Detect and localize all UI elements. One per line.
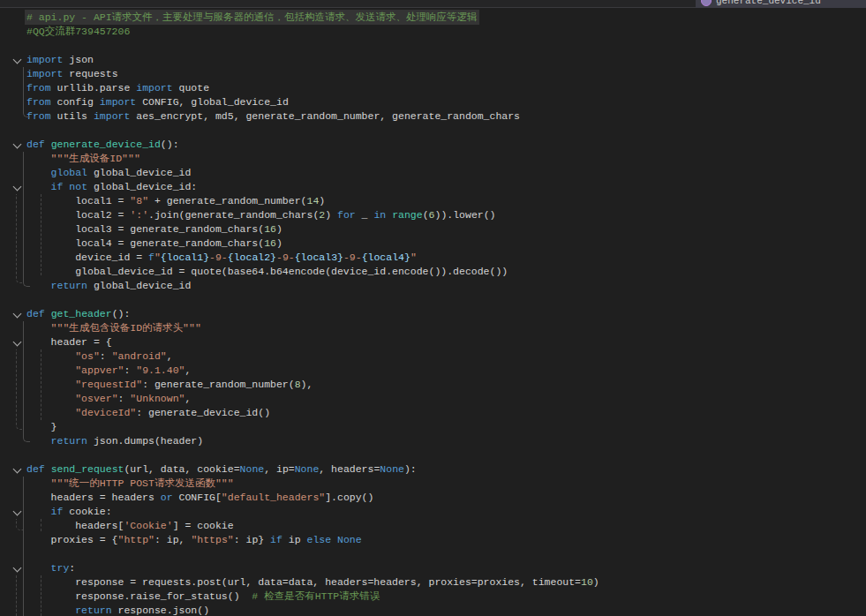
code-line[interactable]: from config import CONFIG, global_device… bbox=[0, 95, 866, 109]
code-token: -9- bbox=[209, 252, 228, 263]
code-token: # api.py - API请求文件，主要处理与服务器的通信，包括构造请求、发送… bbox=[26, 11, 478, 23]
code-line[interactable]: headers = headers or CONFIG["default_hea… bbox=[0, 491, 866, 505]
code-line[interactable]: #QQ交流群739457206 bbox=[0, 25, 866, 39]
code-line[interactable]: import json bbox=[0, 53, 866, 67]
code-token: f bbox=[148, 252, 154, 263]
code-token: "Unknown" bbox=[130, 393, 184, 404]
code-token: , ip= bbox=[264, 463, 295, 475]
code-line[interactable]: "deviceId": generate_device_id() bbox=[0, 406, 866, 420]
code-line[interactable] bbox=[0, 547, 866, 561]
code-line[interactable]: from utils import aes_encrypt, md5, gene… bbox=[0, 109, 866, 124]
code-line[interactable]: global global_device_id bbox=[0, 166, 866, 180]
code-token: : bbox=[124, 364, 136, 376]
code-line[interactable]: """生成包含设备ID的请求头""" bbox=[0, 321, 866, 335]
code-line[interactable]: """生成设备ID""" bbox=[0, 152, 866, 166]
code-token: def bbox=[26, 139, 45, 150]
code-line[interactable]: header = { bbox=[0, 335, 866, 349]
code-token: None bbox=[380, 463, 404, 475]
code-token bbox=[45, 308, 51, 319]
code-line[interactable]: "osver": "Unknown", bbox=[0, 392, 866, 406]
code-line[interactable]: """统一的HTTP POST请求发送函数""" bbox=[0, 477, 866, 491]
code-line[interactable]: device_id = f"{local1}-9-{local2}-9-{loc… bbox=[0, 251, 866, 265]
code-line[interactable]: response = requests.post(url, data=data,… bbox=[0, 575, 866, 590]
code-token: return bbox=[75, 605, 111, 616]
code-token: "8" bbox=[130, 195, 148, 207]
code-token bbox=[26, 322, 51, 334]
code-token: : ip, bbox=[154, 534, 191, 545]
code-token bbox=[26, 181, 51, 192]
code-line[interactable]: return global_device_id bbox=[0, 279, 866, 293]
code-line[interactable]: global_device_id = quote(base64.b64encod… bbox=[0, 265, 866, 279]
code-line[interactable]: return json.dumps(header) bbox=[0, 434, 866, 448]
code-line[interactable]: headers['Cookie'] = cookie bbox=[0, 519, 866, 533]
code-token bbox=[331, 534, 337, 545]
code-area[interactable]: # api.py - API请求文件，主要处理与服务器的通信，包括构造请求、发送… bbox=[0, 7, 866, 616]
code-line[interactable]: if not global_device_id: bbox=[0, 180, 866, 194]
code-line[interactable]: response.raise_for_status() # 检查是否有HTTP请… bbox=[0, 590, 866, 604]
code-token: # 检查是否有HTTP请求错误 bbox=[252, 590, 380, 602]
code-token: return bbox=[51, 280, 87, 291]
code-token bbox=[26, 393, 75, 404]
code-line[interactable]: return response.json() bbox=[0, 604, 866, 616]
code-token: "9.1.40" bbox=[136, 364, 184, 376]
code-token: generate_device_id bbox=[51, 139, 161, 150]
code-token: ) bbox=[325, 209, 337, 221]
indent-guide bbox=[23, 67, 30, 117]
code-line[interactable]: local4 = generate_random_chars(16) bbox=[0, 237, 866, 251]
code-token: {local3} bbox=[295, 252, 343, 263]
code-token: {local2} bbox=[228, 252, 276, 263]
code-line[interactable] bbox=[0, 124, 866, 138]
code-line[interactable]: # api.py - API请求文件，主要处理与服务器的通信，包括构造请求、发送… bbox=[0, 11, 866, 25]
code-token: global_device_id = quote(base64.b64encod… bbox=[26, 266, 508, 277]
code-line[interactable]: from urllib.parse import quote bbox=[0, 81, 866, 95]
indent-guide bbox=[23, 321, 30, 442]
code-line[interactable]: try: bbox=[0, 561, 866, 575]
code-line[interactable]: "requestId": generate_random_number(8), bbox=[0, 378, 866, 392]
code-token: : ip} bbox=[234, 534, 270, 545]
code-token: "appver" bbox=[75, 364, 124, 376]
code-token: """统一的HTTP POST请求发送函数""" bbox=[51, 477, 234, 489]
code-token: : generate_random_number( bbox=[142, 379, 295, 390]
code-token: requests bbox=[63, 68, 117, 79]
code-token: global_device_id: bbox=[87, 181, 197, 192]
code-token: local4 = generate_random_chars( bbox=[26, 237, 264, 249]
code-token: 10 bbox=[581, 576, 593, 588]
code-line[interactable]: } bbox=[0, 420, 866, 434]
code-token: ].copy() bbox=[325, 492, 373, 503]
code-token: response.raise_for_status() bbox=[26, 590, 252, 602]
code-token: " bbox=[154, 252, 161, 263]
code-token bbox=[26, 477, 51, 489]
code-token bbox=[45, 463, 51, 475]
code-token: utils bbox=[51, 110, 94, 122]
code-line[interactable]: local3 = generate_random_chars(16) bbox=[0, 222, 866, 237]
indent-guide bbox=[16, 194, 23, 283]
code-token: (): bbox=[112, 308, 131, 319]
code-line[interactable] bbox=[0, 448, 866, 462]
code-token: header = { bbox=[26, 336, 112, 348]
code-token: from bbox=[26, 110, 51, 122]
code-token bbox=[26, 364, 75, 376]
code-line[interactable]: import requests bbox=[0, 67, 866, 81]
code-line[interactable]: if cookie: bbox=[0, 505, 866, 519]
code-token: """生成设备ID""" bbox=[51, 153, 140, 164]
code-token bbox=[26, 605, 75, 616]
code-token: response = requests.post(url, data=data,… bbox=[26, 576, 581, 588]
code-token: {local1} bbox=[161, 252, 209, 263]
code-line[interactable]: def generate_device_id(): bbox=[0, 138, 866, 152]
code-token bbox=[26, 506, 51, 517]
code-token: None bbox=[337, 534, 362, 545]
code-line[interactable] bbox=[0, 39, 866, 53]
code-line[interactable]: def send_request(url, data, cookie=None,… bbox=[0, 462, 866, 477]
code-line[interactable] bbox=[0, 293, 866, 307]
code-line[interactable]: "appver": "9.1.40", bbox=[0, 364, 866, 378]
code-line[interactable]: def get_header(): bbox=[0, 307, 866, 321]
code-line[interactable]: local1 = "8" + generate_random_number(14… bbox=[0, 194, 866, 208]
code-line[interactable]: "os": "android", bbox=[0, 349, 866, 364]
code-token: ) bbox=[276, 223, 282, 235]
code-token: CONFIG[ bbox=[173, 492, 222, 503]
symbol-suggestion-item[interactable]: generate_device_id bbox=[696, 0, 866, 8]
code-line[interactable]: proxies = {"http": ip, "https": ip} if i… bbox=[0, 533, 866, 547]
code-token: if bbox=[51, 506, 64, 517]
code-line[interactable]: local2 = ':'.join(generate_random_chars(… bbox=[0, 208, 866, 222]
code-token: import bbox=[26, 68, 63, 79]
